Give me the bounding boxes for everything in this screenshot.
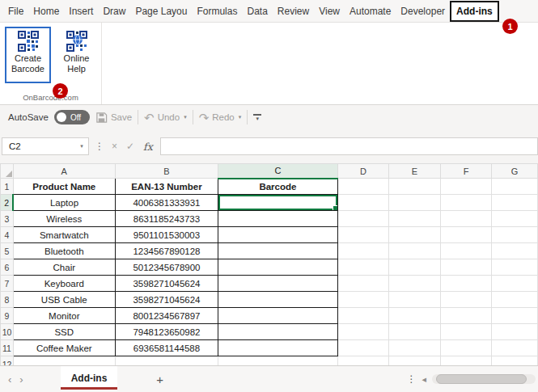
cell-A11[interactable]: Coffee Maker <box>13 340 115 356</box>
cell-A7[interactable]: Keyboard <box>13 276 115 292</box>
cell-F6[interactable] <box>440 259 492 276</box>
cell-E12[interactable] <box>389 356 441 366</box>
name-box[interactable]: C2 ▾ <box>2 137 89 155</box>
cell-G7[interactable] <box>492 276 538 292</box>
cell-E10[interactable] <box>389 324 441 340</box>
cell-A10[interactable]: SSD <box>13 324 115 340</box>
cell-E7[interactable] <box>389 276 441 292</box>
cell-A2[interactable]: Laptop <box>13 195 115 211</box>
cell-F5[interactable] <box>440 243 492 259</box>
ribbon-tab-data[interactable]: Data <box>242 0 272 23</box>
cell-G12[interactable] <box>492 356 538 366</box>
cell-F7[interactable] <box>440 276 492 292</box>
cell-B8[interactable]: 3598271045624 <box>115 292 218 308</box>
cell-D6[interactable] <box>337 259 389 276</box>
cell-D8[interactable] <box>337 292 389 308</box>
row-header-12[interactable]: 12 <box>1 356 14 366</box>
cell-C11[interactable] <box>218 340 337 356</box>
redo-button[interactable]: ↷ Redo ▾ <box>199 112 242 124</box>
next-sheet-button[interactable]: › <box>19 373 23 386</box>
col-header-G[interactable]: G <box>492 164 538 179</box>
cell-D10[interactable] <box>337 324 389 340</box>
cell-E11[interactable] <box>389 340 441 356</box>
row-header-9[interactable]: 9 <box>1 308 14 324</box>
cell-D2[interactable] <box>337 195 389 211</box>
row-header-10[interactable]: 10 <box>1 324 14 340</box>
cell-C12[interactable] <box>218 356 337 366</box>
horizontal-scrollbar-thumb[interactable] <box>436 374 527 384</box>
cell-A1[interactable]: Product Name <box>13 179 115 195</box>
ribbon-tab-developer[interactable]: Developer <box>396 0 450 23</box>
cell-F9[interactable] <box>440 308 492 324</box>
col-header-F[interactable]: F <box>440 164 492 179</box>
row-header-7[interactable]: 7 <box>1 276 14 292</box>
row-header-8[interactable]: 8 <box>1 292 14 308</box>
cell-E8[interactable] <box>389 292 441 308</box>
cell-E6[interactable] <box>389 259 441 276</box>
col-header-C[interactable]: C <box>218 164 337 179</box>
ribbon-tab-review[interactable]: Review <box>273 0 314 23</box>
ribbon-tab-insert[interactable]: Insert <box>64 0 98 23</box>
cell-B6[interactable]: 5012345678900 <box>115 259 218 276</box>
cell-B7[interactable]: 3598271045624 <box>115 276 218 292</box>
scroll-left-button[interactable]: ◂ <box>422 374 426 385</box>
cell-G10[interactable] <box>492 324 538 340</box>
formula-input[interactable] <box>160 137 538 155</box>
cell-E5[interactable] <box>389 243 441 259</box>
cell-C6[interactable] <box>218 259 337 276</box>
cell-C1[interactable]: Barcode <box>218 179 337 195</box>
ribbon-tab-automate[interactable]: Automate <box>345 0 396 23</box>
col-header-D[interactable]: D <box>337 164 389 179</box>
cell-G6[interactable] <box>492 259 538 276</box>
cell-C3[interactable] <box>218 211 337 227</box>
cell-B3[interactable]: 8631185243733 <box>115 211 218 227</box>
cell-E1[interactable] <box>389 179 441 195</box>
cell-C8[interactable] <box>218 292 337 308</box>
sheet-options-icon[interactable]: ⋮ <box>406 373 416 385</box>
cell-E4[interactable] <box>389 227 441 243</box>
cell-B1[interactable]: EAN-13 Number <box>115 179 218 195</box>
cell-E9[interactable] <box>389 308 441 324</box>
row-header-1[interactable]: 1 <box>1 179 14 195</box>
cell-C9[interactable] <box>218 308 337 324</box>
cell-A8[interactable]: USB Cable <box>13 292 115 308</box>
cancel-button[interactable]: × <box>110 141 119 152</box>
col-header-A[interactable]: A <box>13 164 115 179</box>
cell-D9[interactable] <box>337 308 389 324</box>
ribbon-tab-file[interactable]: File <box>3 0 28 23</box>
ribbon-tab-formulas[interactable]: Formulas <box>192 0 242 23</box>
cell-A6[interactable]: Chair <box>13 259 115 276</box>
cell-G3[interactable] <box>492 211 538 227</box>
row-header-3[interactable]: 3 <box>1 211 14 227</box>
ribbon-tab-add-ins[interactable]: Add-ins <box>450 1 499 22</box>
cell-D7[interactable] <box>337 276 389 292</box>
cell-B11[interactable]: 6936581144588 <box>115 340 218 356</box>
ribbon-tab-home[interactable]: Home <box>28 0 64 23</box>
cell-F10[interactable] <box>440 324 492 340</box>
cell-A4[interactable]: Smartwatch <box>13 227 115 243</box>
cell-C2[interactable] <box>218 195 337 211</box>
cell-F2[interactable] <box>440 195 492 211</box>
ribbon-tab-draw[interactable]: Draw <box>98 0 130 23</box>
cell-C7[interactable] <box>218 276 337 292</box>
cell-F11[interactable] <box>440 340 492 356</box>
sheet-tab-add-ins[interactable]: Add-ins <box>61 366 118 390</box>
cell-D11[interactable] <box>337 340 389 356</box>
col-header-E[interactable]: E <box>389 164 441 179</box>
cell-G4[interactable] <box>492 227 538 243</box>
insert-function-button[interactable]: fx <box>142 141 155 153</box>
cell-D1[interactable] <box>337 179 389 195</box>
prev-sheet-button[interactable]: ‹ <box>8 373 11 386</box>
name-box-dropdown-icon[interactable]: ▾ <box>75 143 88 150</box>
cell-F1[interactable] <box>440 179 492 195</box>
cell-F4[interactable] <box>440 227 492 243</box>
row-header-2[interactable]: 2 <box>1 195 14 211</box>
horizontal-scrollbar[interactable] <box>432 374 536 384</box>
row-header-5[interactable]: 5 <box>1 243 14 259</box>
row-header-6[interactable]: 6 <box>1 259 14 276</box>
cell-B9[interactable]: 8001234567897 <box>115 308 218 324</box>
cell-E3[interactable] <box>389 211 441 227</box>
cell-B12[interactable] <box>115 356 218 366</box>
select-all-corner[interactable] <box>1 164 14 179</box>
cell-A5[interactable]: Bluetooth <box>13 243 115 259</box>
